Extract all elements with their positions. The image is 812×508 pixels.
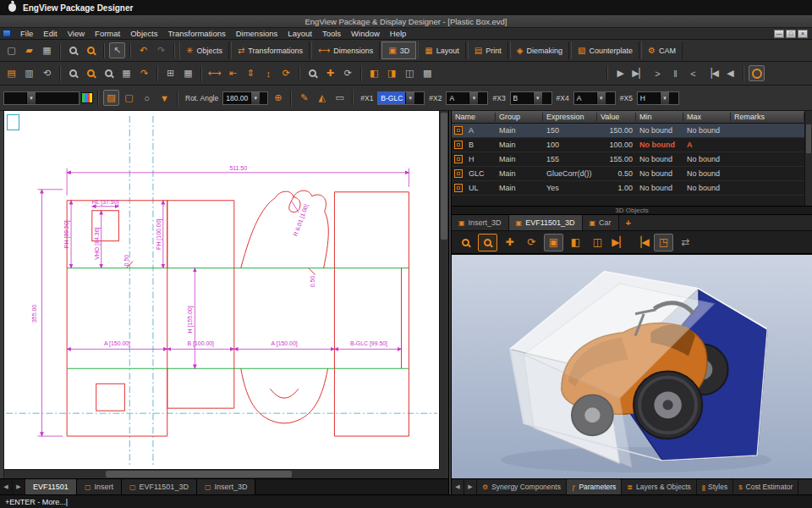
fold-forward-icon[interactable] — [610, 234, 629, 251]
chevron-down-icon[interactable] — [469, 92, 478, 104]
select-cursor-icon[interactable] — [109, 42, 125, 58]
refresh-icon[interactable] — [39, 65, 55, 81]
table-row[interactable]: H Main 155 155.00 No bound No bound — [452, 152, 804, 167]
filter-funnel-icon[interactable] — [156, 90, 173, 106]
toggle-objects[interactable]: Objects — [179, 41, 229, 59]
tab-evf11501-3d[interactable]: EVF11501_3D — [509, 215, 583, 230]
scrollbar-thumb[interactable] — [806, 124, 811, 153]
doc-tab-evf11501[interactable]: EVF11501 — [25, 479, 77, 494]
open-folder-icon[interactable] — [21, 42, 37, 58]
doc-tab-insert[interactable]: Insert — [77, 479, 122, 494]
drawing-canvas[interactable]: 511.50 355.00 A [150.00] B [100.00] A [1… — [0, 111, 448, 478]
chevron-down-icon[interactable] — [533, 92, 542, 104]
redo-alt-icon[interactable] — [136, 65, 152, 81]
tab-insert-3d[interactable]: Insert_3D — [452, 215, 509, 230]
window-titlebar[interactable]: EngView Package & Display Designer - [Pl… — [0, 15, 812, 28]
toggle-3d[interactable]: 3D — [381, 41, 416, 59]
table-scrollbar[interactable] — [804, 111, 812, 206]
print-preview-icon[interactable] — [21, 65, 37, 81]
dimension-updown-icon[interactable] — [261, 65, 277, 81]
toggle-counterplate[interactable]: Counterplate — [571, 41, 639, 59]
tab-layers-objects[interactable]: Layers & Objects — [622, 479, 696, 494]
chevron-down-icon[interactable] — [26, 92, 36, 104]
toggle-cam[interactable]: CAM — [641, 41, 683, 59]
scrollbar-thumb[interactable] — [441, 113, 447, 240]
back-icon[interactable] — [722, 65, 738, 81]
close-button[interactable]: × — [798, 30, 808, 38]
apple-logo-icon[interactable] — [8, 3, 16, 12]
menu-edit[interactable]: Edit — [38, 29, 62, 38]
scrollbar-thumb[interactable] — [106, 471, 292, 478]
solid-view-icon[interactable] — [544, 234, 563, 251]
fit-view-icon[interactable] — [654, 234, 673, 251]
x5-combo[interactable]: H — [637, 91, 679, 105]
tab-parameters[interactable]: Parameters — [567, 479, 622, 494]
table-row[interactable]: B Main 100 100.00 No bound A — [452, 138, 804, 152]
menu-window[interactable]: Window — [346, 29, 385, 38]
zoom-icon[interactable] — [478, 234, 497, 251]
panel-scroll-left-icon[interactable] — [452, 479, 464, 494]
toggle-dimensions[interactable]: Dimensions — [311, 41, 380, 59]
annotation-balloon-icon[interactable] — [139, 90, 155, 106]
step-back-icon[interactable] — [703, 65, 721, 81]
zoom-window-icon[interactable] — [456, 234, 475, 251]
save-icon[interactable] — [39, 42, 55, 58]
orbit-icon[interactable] — [340, 65, 356, 81]
previous-icon[interactable] — [685, 65, 701, 81]
wireframe-view-icon[interactable] — [588, 234, 607, 251]
orbit-icon[interactable] — [522, 234, 541, 251]
toggle-transformations[interactable]: Transformations — [231, 41, 310, 59]
solid-view-icon[interactable] — [366, 65, 382, 81]
menu-tools[interactable]: Tools — [317, 29, 346, 38]
menu-layout[interactable]: Layout — [283, 29, 317, 38]
col-expression[interactable]: Expression — [543, 113, 597, 121]
tab-cost-estimator[interactable]: Cost Estimator — [733, 479, 798, 494]
tab-car[interactable]: Car — [583, 215, 619, 230]
col-remarks[interactable]: Remarks — [731, 113, 804, 121]
dimension-left-icon[interactable] — [225, 65, 241, 81]
mirror-icon[interactable] — [314, 90, 330, 106]
minimize-button[interactable]: — — [774, 30, 784, 38]
table-row[interactable]: A Main 150 150.00 No bound No bound — [452, 124, 804, 138]
menu-help[interactable]: Help — [385, 29, 412, 38]
col-group[interactable]: Group — [496, 113, 543, 121]
dimension-horizontal-icon[interactable] — [206, 65, 223, 81]
attach-icon[interactable] — [162, 65, 178, 81]
toggle-layout[interactable]: Layout — [418, 41, 465, 59]
grid-icon[interactable] — [118, 65, 134, 81]
new-document-icon[interactable] — [3, 42, 19, 58]
chevron-down-icon[interactable] — [596, 92, 606, 104]
tab-scroll-left-icon[interactable] — [0, 479, 13, 494]
record-animation-icon[interactable] — [749, 65, 765, 81]
undo-icon[interactable] — [135, 42, 151, 58]
canvas-vertical-scrollbar[interactable] — [439, 111, 448, 469]
rotation-center-icon[interactable] — [270, 90, 286, 106]
zoom-area-icon[interactable] — [83, 42, 99, 58]
x2-combo[interactable]: A — [446, 91, 488, 105]
col-value[interactable]: Value — [597, 113, 636, 121]
doc-tab-evf11501-3d[interactable]: EVF11501_3D — [122, 479, 197, 494]
panel-scroll-right-icon[interactable] — [464, 479, 477, 494]
table-row[interactable]: UL Main Yes 1.00 No bound No bound — [452, 181, 804, 196]
chevron-down-icon[interactable] — [405, 92, 414, 104]
table-icon[interactable] — [180, 65, 196, 81]
refresh-view-icon[interactable] — [676, 234, 695, 251]
menu-transformations[interactable]: Transformations — [162, 29, 230, 38]
zoom-tool-icon[interactable] — [65, 65, 81, 81]
chevron-down-icon[interactable] — [250, 92, 260, 104]
x4-combo[interactable]: A — [573, 91, 616, 105]
table-row[interactable]: GLC Main GlueCorr(d()) 0.50 No bound No … — [452, 167, 804, 181]
canvas-horizontal-scrollbar[interactable] — [4, 469, 439, 478]
restore-button[interactable]: □ — [786, 30, 796, 38]
tab-styles[interactable]: Styles — [697, 479, 733, 494]
x1-combo[interactable]: B-GLC — [377, 91, 425, 105]
shaded-view-icon[interactable] — [384, 65, 400, 81]
color-layers-icon[interactable] — [81, 92, 93, 103]
menu-objects[interactable]: Objects — [125, 29, 162, 38]
col-name[interactable]: Name — [452, 113, 496, 121]
frame-icon[interactable] — [420, 65, 436, 81]
rot-angle-combo[interactable]: 180.00 — [222, 91, 268, 105]
toggle-diemaking[interactable]: Diemaking — [510, 41, 569, 59]
parameter-table[interactable]: Name Group Expression Value Min Max Rema… — [452, 111, 812, 206]
print-icon[interactable] — [3, 65, 19, 81]
